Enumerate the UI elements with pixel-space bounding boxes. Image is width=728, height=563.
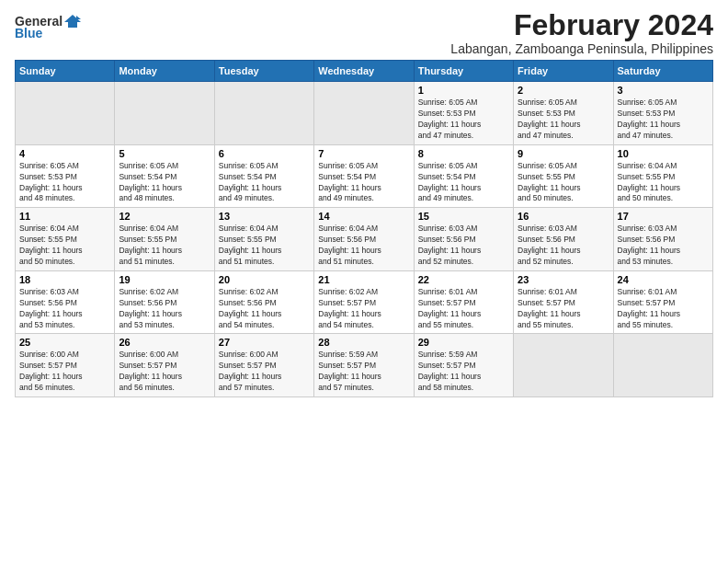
calendar-cell [16, 82, 115, 145]
day-number: 11 [19, 211, 110, 222]
day-info: Sunrise: 5:59 AM Sunset: 5:57 PM Dayligh… [318, 350, 409, 394]
day-info: Sunrise: 6:05 AM Sunset: 5:55 PM Dayligh… [518, 161, 609, 205]
day-info: Sunrise: 6:05 AM Sunset: 5:54 PM Dayligh… [318, 161, 409, 205]
col-header-wednesday: Wednesday [314, 61, 414, 82]
calendar-cell [115, 82, 214, 145]
calendar-cell: 1Sunrise: 6:05 AM Sunset: 5:53 PM Daylig… [414, 82, 513, 145]
day-number: 17 [618, 211, 709, 222]
calendar-cell: 6Sunrise: 6:05 AM Sunset: 5:54 PM Daylig… [214, 144, 313, 208]
calendar-cell: 24Sunrise: 6:01 AM Sunset: 5:57 PM Dayli… [613, 270, 712, 334]
calendar-cell: 3Sunrise: 6:05 AM Sunset: 5:53 PM Daylig… [613, 82, 712, 145]
day-number: 5 [119, 148, 210, 159]
header: General Blue February 2024 Labangan, Zam… [15, 9, 713, 56]
col-header-monday: Monday [115, 61, 214, 82]
subtitle: Labangan, Zamboanga Peninsula, Philippin… [450, 41, 713, 56]
calendar-cell: 13Sunrise: 6:04 AM Sunset: 5:55 PM Dayli… [214, 208, 313, 271]
day-number: 29 [418, 337, 509, 348]
calendar-cell: 10Sunrise: 6:04 AM Sunset: 5:55 PM Dayli… [613, 144, 712, 208]
day-info: Sunrise: 6:00 AM Sunset: 5:57 PM Dayligh… [219, 350, 310, 394]
day-info: Sunrise: 6:03 AM Sunset: 5:56 PM Dayligh… [418, 224, 509, 268]
col-header-friday: Friday [514, 61, 613, 82]
page: General Blue February 2024 Labangan, Zam… [0, 0, 728, 403]
day-info: Sunrise: 5:59 AM Sunset: 5:57 PM Dayligh… [418, 350, 509, 394]
calendar-cell: 25Sunrise: 6:00 AM Sunset: 5:57 PM Dayli… [16, 334, 115, 397]
logo-bird-icon [64, 13, 81, 29]
calendar-cell: 18Sunrise: 6:03 AM Sunset: 5:56 PM Dayli… [16, 270, 115, 334]
calendar-cell [314, 82, 414, 145]
day-info: Sunrise: 6:01 AM Sunset: 5:57 PM Dayligh… [518, 287, 609, 331]
calendar-cell: 8Sunrise: 6:05 AM Sunset: 5:54 PM Daylig… [414, 144, 513, 208]
day-number: 15 [418, 211, 509, 222]
day-number: 19 [119, 274, 210, 285]
calendar-cell: 20Sunrise: 6:02 AM Sunset: 5:56 PM Dayli… [214, 270, 313, 334]
svg-marker-0 [64, 15, 81, 28]
calendar-cell: 28Sunrise: 5:59 AM Sunset: 5:57 PM Dayli… [314, 334, 414, 397]
calendar-cell: 9Sunrise: 6:05 AM Sunset: 5:55 PM Daylig… [514, 144, 613, 208]
day-info: Sunrise: 6:04 AM Sunset: 5:56 PM Dayligh… [318, 224, 409, 268]
calendar-cell: 12Sunrise: 6:04 AM Sunset: 5:55 PM Dayli… [115, 208, 214, 271]
calendar-cell: 4Sunrise: 6:05 AM Sunset: 5:53 PM Daylig… [16, 144, 115, 208]
calendar-cell: 19Sunrise: 6:02 AM Sunset: 5:56 PM Dayli… [115, 270, 214, 334]
day-info: Sunrise: 6:05 AM Sunset: 5:53 PM Dayligh… [19, 161, 110, 205]
calendar-cell: 26Sunrise: 6:00 AM Sunset: 5:57 PM Dayli… [115, 334, 214, 397]
day-number: 28 [318, 337, 409, 348]
day-info: Sunrise: 6:02 AM Sunset: 5:56 PM Dayligh… [119, 287, 210, 331]
day-info: Sunrise: 6:04 AM Sunset: 5:55 PM Dayligh… [19, 224, 110, 268]
title-area: February 2024 Labangan, Zamboanga Penins… [450, 9, 713, 56]
day-info: Sunrise: 6:04 AM Sunset: 5:55 PM Dayligh… [219, 224, 310, 268]
day-info: Sunrise: 6:00 AM Sunset: 5:57 PM Dayligh… [19, 350, 110, 394]
day-number: 14 [318, 211, 409, 222]
day-number: 21 [318, 274, 409, 285]
day-number: 6 [219, 148, 310, 159]
col-header-sunday: Sunday [16, 61, 115, 82]
day-number: 22 [418, 274, 509, 285]
day-info: Sunrise: 6:05 AM Sunset: 5:53 PM Dayligh… [418, 98, 509, 142]
day-number: 20 [219, 274, 310, 285]
day-info: Sunrise: 6:02 AM Sunset: 5:56 PM Dayligh… [219, 287, 310, 331]
day-info: Sunrise: 6:04 AM Sunset: 5:55 PM Dayligh… [119, 224, 210, 268]
col-header-saturday: Saturday [613, 61, 712, 82]
day-number: 12 [119, 211, 210, 222]
logo: General Blue [15, 13, 81, 40]
calendar-cell [514, 334, 613, 397]
day-number: 2 [518, 85, 609, 96]
day-info: Sunrise: 6:05 AM Sunset: 5:54 PM Dayligh… [119, 161, 210, 205]
calendar-cell: 16Sunrise: 6:03 AM Sunset: 5:56 PM Dayli… [514, 208, 613, 271]
calendar-cell: 7Sunrise: 6:05 AM Sunset: 5:54 PM Daylig… [314, 144, 414, 208]
day-info: Sunrise: 6:05 AM Sunset: 5:54 PM Dayligh… [219, 161, 310, 205]
day-info: Sunrise: 6:01 AM Sunset: 5:57 PM Dayligh… [618, 287, 709, 331]
day-number: 18 [19, 274, 110, 285]
calendar-cell [214, 82, 313, 145]
day-number: 9 [518, 148, 609, 159]
day-info: Sunrise: 6:04 AM Sunset: 5:55 PM Dayligh… [618, 161, 709, 205]
day-number: 13 [219, 211, 310, 222]
calendar-cell [613, 334, 712, 397]
calendar-cell: 27Sunrise: 6:00 AM Sunset: 5:57 PM Dayli… [214, 334, 313, 397]
calendar-cell: 21Sunrise: 6:02 AM Sunset: 5:57 PM Dayli… [314, 270, 414, 334]
svg-marker-1 [76, 16, 81, 19]
calendar-cell: 14Sunrise: 6:04 AM Sunset: 5:56 PM Dayli… [314, 208, 414, 271]
day-number: 1 [418, 85, 509, 96]
day-info: Sunrise: 6:05 AM Sunset: 5:54 PM Dayligh… [418, 161, 509, 205]
day-info: Sunrise: 6:01 AM Sunset: 5:57 PM Dayligh… [418, 287, 509, 331]
calendar-cell: 11Sunrise: 6:04 AM Sunset: 5:55 PM Dayli… [16, 208, 115, 271]
day-number: 27 [219, 337, 310, 348]
main-title: February 2024 [450, 9, 713, 41]
day-info: Sunrise: 6:05 AM Sunset: 5:53 PM Dayligh… [518, 98, 609, 142]
calendar-cell: 29Sunrise: 5:59 AM Sunset: 5:57 PM Dayli… [414, 334, 513, 397]
day-number: 3 [618, 85, 709, 96]
day-info: Sunrise: 6:03 AM Sunset: 5:56 PM Dayligh… [518, 224, 609, 268]
logo-text-blue: Blue [15, 26, 42, 40]
day-number: 4 [19, 148, 110, 159]
col-header-tuesday: Tuesday [214, 61, 313, 82]
calendar-cell: 23Sunrise: 6:01 AM Sunset: 5:57 PM Dayli… [514, 270, 613, 334]
calendar-cell: 17Sunrise: 6:03 AM Sunset: 5:56 PM Dayli… [613, 208, 712, 271]
day-number: 7 [318, 148, 409, 159]
day-number: 8 [418, 148, 509, 159]
calendar-cell: 2Sunrise: 6:05 AM Sunset: 5:53 PM Daylig… [514, 82, 613, 145]
day-number: 25 [19, 337, 110, 348]
calendar-cell: 22Sunrise: 6:01 AM Sunset: 5:57 PM Dayli… [414, 270, 513, 334]
calendar-table: SundayMondayTuesdayWednesdayThursdayFrid… [15, 60, 713, 397]
day-number: 23 [518, 274, 609, 285]
day-number: 26 [119, 337, 210, 348]
